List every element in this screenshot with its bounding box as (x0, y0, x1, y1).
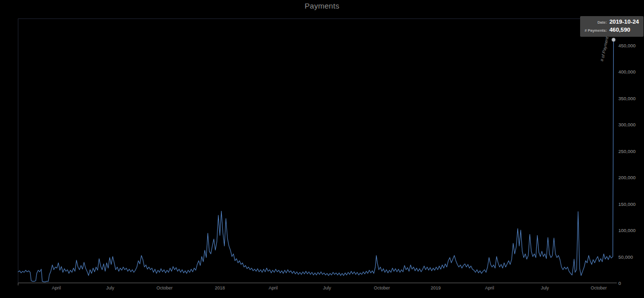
tooltip: Date: 2019-10-24 # Payments: 460,590 (580, 16, 643, 37)
y-tick-label: 100,000 (618, 228, 635, 233)
y-tick-label: 400,000 (618, 69, 635, 74)
x-tick-label: 2018 (215, 285, 225, 290)
x-tick-label: April (52, 285, 61, 290)
y-tick-label: 50,000 (618, 254, 633, 260)
payments-series-line[interactable] (18, 40, 614, 282)
payments-chart: Payments AprilJulyOctober2018AprilJulyOc… (0, 0, 644, 298)
x-tick-label: July (541, 285, 549, 290)
x-tick-label: April (485, 285, 494, 290)
y-tick-label: 150,000 (618, 201, 635, 207)
y-tick-label: 200,000 (618, 175, 635, 180)
y-tick-label: 250,000 (618, 148, 635, 154)
tooltip-date-value: 2019-10-24 (609, 18, 639, 25)
tooltip-payments-value: 460,590 (609, 26, 639, 33)
y-tick-label: 0 (618, 280, 621, 286)
y-tick-label: 300,000 (618, 122, 635, 127)
x-tick-label: October (156, 285, 173, 290)
plot-area[interactable] (0, 0, 644, 298)
x-tick-label: July (323, 285, 331, 290)
tooltip-payments-label: # Payments: (585, 27, 607, 34)
x-tick-label: April (269, 285, 278, 290)
x-tick-label: October (591, 285, 607, 290)
x-tick-label: July (106, 285, 114, 290)
y-tick-label: 450,000 (618, 43, 635, 48)
x-tick-label: October (374, 285, 390, 290)
y-tick-label: 350,000 (618, 96, 635, 101)
tooltip-date-label: Date: (585, 19, 607, 26)
last-point-marker[interactable] (612, 38, 615, 41)
x-tick-label: 2019 (431, 285, 441, 290)
